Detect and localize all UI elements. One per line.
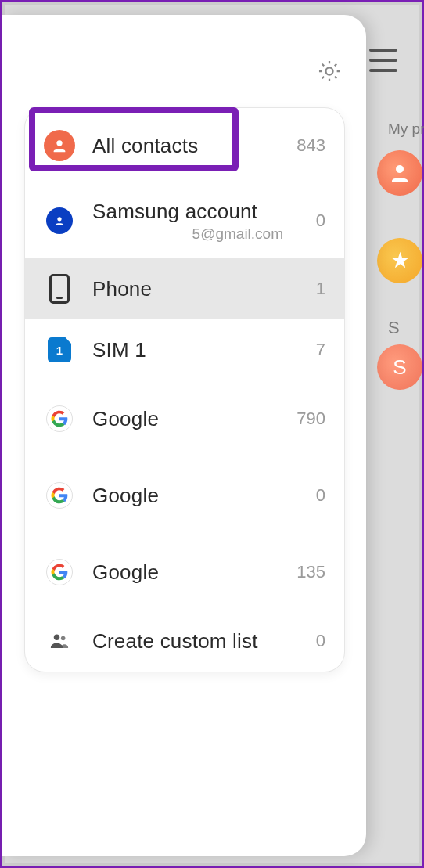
menu-label: Google <box>92 407 286 431</box>
menu-count: 135 <box>286 562 325 582</box>
menu-label: Samsung account <box>92 200 286 224</box>
menu-count: 790 <box>286 409 325 429</box>
google-icon <box>44 556 75 588</box>
menu-item-google-1[interactable]: Google 0 <box>25 457 344 534</box>
menu-item-google-2[interactable]: Google 135 <box>25 534 344 610</box>
hamburger-menu-icon[interactable] <box>369 49 397 72</box>
menu-item-sim1[interactable]: 1 SIM 1 7 <box>25 319 344 380</box>
source-menu-card: All contacts 843 Samsung account 5@gmail… <box>24 107 345 672</box>
svg-point-0 <box>396 165 404 173</box>
sim-icon: 1 <box>44 334 75 366</box>
screenshot-frame: My pr ★ S S All cont <box>0 0 424 868</box>
google-icon <box>44 480 75 511</box>
contacts-source-drawer: All contacts 843 Samsung account 5@gmail… <box>2 15 366 856</box>
menu-item-create-custom-list[interactable]: Create custom list 0 <box>25 610 344 672</box>
svg-point-3 <box>57 217 61 221</box>
menu-count: 7 <box>286 340 325 360</box>
all-contacts-icon <box>44 130 75 161</box>
menu-count: 0 <box>286 211 325 231</box>
menu-count: 0 <box>286 631 325 651</box>
svg-point-1 <box>325 67 332 74</box>
menu-label: Create custom list <box>92 629 286 654</box>
menu-label: Google <box>92 560 286 585</box>
create-list-icon <box>44 625 75 657</box>
profile-avatar-icon[interactable] <box>377 150 422 196</box>
menu-sublabel: 5@gmail.com <box>92 225 286 243</box>
menu-label: SIM 1 <box>92 338 286 362</box>
menu-count: 0 <box>286 485 325 506</box>
menu-item-all-contacts[interactable]: All contacts 843 <box>25 108 344 183</box>
svg-point-4 <box>54 635 59 640</box>
menu-item-samsung-account[interactable]: Samsung account 5@gmail.com 0 <box>25 183 344 258</box>
menu-item-phone[interactable]: Phone 1 <box>25 258 344 319</box>
settings-icon[interactable] <box>316 58 343 85</box>
contact-avatar-s[interactable]: S <box>377 344 422 390</box>
google-icon <box>44 403 75 434</box>
svg-point-2 <box>56 140 62 146</box>
menu-item-google-0[interactable]: Google 790 <box>25 380 344 457</box>
menu-label: All contacts <box>92 134 286 158</box>
alpha-header-s: S <box>388 318 400 338</box>
favorites-avatar-icon[interactable]: ★ <box>377 238 422 283</box>
menu-count: 843 <box>286 135 325 156</box>
svg-point-5 <box>61 636 66 641</box>
menu-label: Phone <box>92 277 286 301</box>
samsung-account-icon <box>44 205 75 236</box>
menu-label: Google <box>92 484 286 508</box>
phone-icon <box>44 273 75 304</box>
menu-count: 1 <box>286 279 325 299</box>
section-header-my-profile: My pr <box>388 121 424 138</box>
